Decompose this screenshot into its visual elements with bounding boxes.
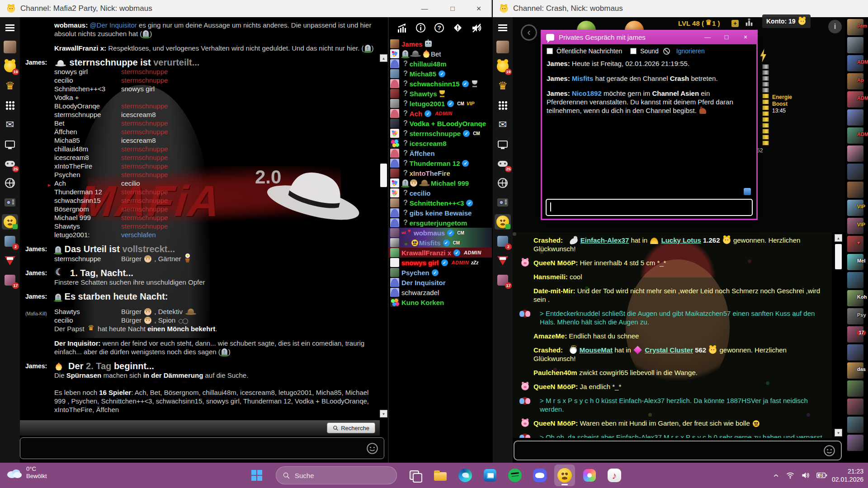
user-link[interactable]: Einfach-Alex37: [580, 236, 629, 244]
user-list-item[interactable]: wtwobmausCM: [389, 228, 492, 238]
user-list-item[interactable]: ?Micha85: [389, 69, 492, 79]
user-link[interactable]: Crystal Cluster: [645, 346, 693, 354]
question-icon[interactable]: ?: [434, 23, 445, 33]
user-list-item[interactable]: ?AchADMIN: [389, 108, 492, 118]
mini-user[interactable]: VIP: [845, 199, 868, 217]
stats-icon[interactable]: [744, 17, 754, 27]
sidebar-item-game[interactable]: 25: [495, 156, 511, 171]
user-link[interactable]: Misfits: [572, 75, 594, 82]
sidebar-item-avatar3[interactable]: 17: [2, 272, 18, 288]
smiley-icon[interactable]: [823, 445, 835, 457]
sidebar-item-menu[interactable]: [495, 20, 511, 35]
smiley-icon[interactable]: [366, 442, 378, 455]
user-list-item[interactable]: Der Inquisitor: [389, 277, 492, 287]
sidebar-item-bear[interactable]: 19: [2, 59, 18, 74]
user-list-item[interactable]: ?Thunderman 12: [389, 158, 492, 168]
taskbar-app-explorer[interactable]: [430, 465, 451, 486]
sidebar-item-avatar1[interactable]: [2, 39, 18, 55]
user-list-item[interactable]: snowys girlADMINzZz: [389, 258, 492, 267]
sidebar-item-mail[interactable]: [495, 117, 511, 132]
alert-icon[interactable]: [453, 23, 463, 33]
mini-user[interactable]: [845, 271, 868, 289]
sidebar-item-menu[interactable]: [2, 20, 18, 35]
sound-checkbox[interactable]: [630, 48, 637, 54]
taskbar-app-photos[interactable]: [579, 465, 600, 486]
sidebar-item-bear[interactable]: 19: [495, 59, 511, 74]
back-button[interactable]: ‹: [521, 24, 537, 41]
user-list-item[interactable]: ?Schnittchen++<3: [389, 198, 492, 208]
mini-user[interactable]: [845, 145, 868, 163]
taskbar-app-edge[interactable]: [455, 465, 476, 486]
mini-user[interactable]: ADM: [845, 90, 868, 108]
user-list-item[interactable]: ?Äffchen: [389, 148, 492, 158]
popup-minimize-button[interactable]: —: [700, 33, 715, 41]
scroll-down-icon[interactable]: ▼: [380, 410, 387, 418]
level-plus-button[interactable]: +: [731, 20, 739, 27]
sidebar-item-smiley[interactable]: [2, 214, 18, 230]
sidebar-item-avatar2[interactable]: 2: [2, 234, 18, 249]
mini-user[interactable]: ♥: [845, 235, 868, 253]
popup-close-button[interactable]: ×: [738, 33, 753, 41]
user-list-item[interactable]: ?gibs keine Bewaise: [389, 208, 492, 218]
popup-maximize-button[interactable]: □: [719, 33, 734, 41]
mini-user[interactable]: [845, 36, 868, 54]
scroll-up-icon[interactable]: ▲: [380, 54, 387, 62]
scroll-up-icon[interactable]: ▲: [835, 234, 842, 242]
user-list-item[interactable]: Bet: [389, 49, 492, 59]
taskbar-search[interactable]: Suche: [276, 466, 397, 484]
user-list-item[interactable]: ?chillaui48m: [389, 59, 492, 69]
minimize-button[interactable]: —: [414, 0, 435, 17]
mini-user[interactable]: [845, 181, 868, 199]
taskbar-app-spotify[interactable]: [505, 465, 525, 486]
start-button[interactable]: [251, 470, 262, 481]
mute-icon[interactable]: [471, 23, 482, 33]
mini-user[interactable]: VIP: [845, 217, 868, 235]
user-link[interactable]: @Der Inquisitor: [90, 21, 137, 29]
sidebar-item-avatar2[interactable]: 2: [495, 234, 511, 249]
user-list-item[interactable]: James: [389, 39, 492, 49]
info-icon[interactable]: [415, 23, 426, 33]
sidebar-item-mail[interactable]: [2, 117, 18, 132]
mini-user[interactable]: ADM: [845, 54, 868, 72]
sidebar-item-grid[interactable]: [495, 98, 511, 113]
user-list-item[interactable]: KrawallFranzi xADMIN: [389, 248, 492, 258]
mini-user[interactable]: [845, 343, 868, 361]
mini-user[interactable]: [845, 163, 868, 181]
sidebar-item-triangle[interactable]: [2, 253, 18, 268]
maximize-button[interactable]: □: [442, 0, 463, 17]
user-list-item[interactable]: ?Vodka + BLoodyOranqe: [389, 118, 492, 128]
taskbar-app-store[interactable]: [480, 465, 500, 486]
popup-message-input[interactable]: [546, 199, 753, 216]
scroll-thumb[interactable]: [835, 244, 842, 269]
sidebar-item-tv[interactable]: [2, 136, 18, 152]
sidebar-item-film[interactable]: [495, 195, 511, 210]
user-list-item[interactable]: ?schwachsinn15: [389, 79, 492, 89]
wifi-icon[interactable]: [786, 471, 795, 480]
close-button[interactable]: ×: [468, 0, 489, 17]
user-list-item[interactable]: ?cecilio: [389, 188, 492, 198]
user-list-item[interactable]: ?Shawtys: [389, 89, 492, 99]
sidebar-item-smiley[interactable]: [495, 214, 511, 230]
user-list-item[interactable]: ?ersguterjungetom: [389, 218, 492, 228]
scroll-down-icon[interactable]: ▼: [835, 429, 842, 436]
mini-user[interactable]: [845, 416, 868, 434]
left-chat-scrollbar[interactable]: ▲ ▼: [380, 54, 387, 427]
public-messages-checkbox[interactable]: [547, 48, 553, 54]
sidebar-item-avatar3[interactable]: 17: [495, 272, 511, 288]
taskbar-app-knuddels[interactable]: [554, 465, 575, 486]
right-chat-scrollbar[interactable]: ▲ ▼: [835, 234, 842, 436]
mini-user[interactable]: Psy: [845, 307, 868, 325]
right-chat-input[interactable]: [514, 441, 842, 460]
sidebar-item-crown[interactable]: [2, 78, 18, 94]
battery-icon[interactable]: [816, 472, 827, 479]
sidebar-item-avatar1[interactable]: [495, 39, 511, 55]
tray-overflow-icon[interactable]: [773, 472, 779, 479]
user-list-item[interactable]: ?icescream8: [389, 138, 492, 148]
mini-user[interactable]: [845, 398, 868, 416]
user-list-item[interactable]: MisfitsCM: [389, 238, 492, 248]
taskbar-clock[interactable]: 21:23 02.01.2026: [832, 467, 863, 483]
user-list-item[interactable]: Psychen: [389, 267, 492, 277]
user-list-item[interactable]: Michael 999: [389, 178, 492, 188]
taskbar-app-taskview[interactable]: [405, 465, 426, 486]
taskbar-app-discord[interactable]: [529, 465, 550, 486]
